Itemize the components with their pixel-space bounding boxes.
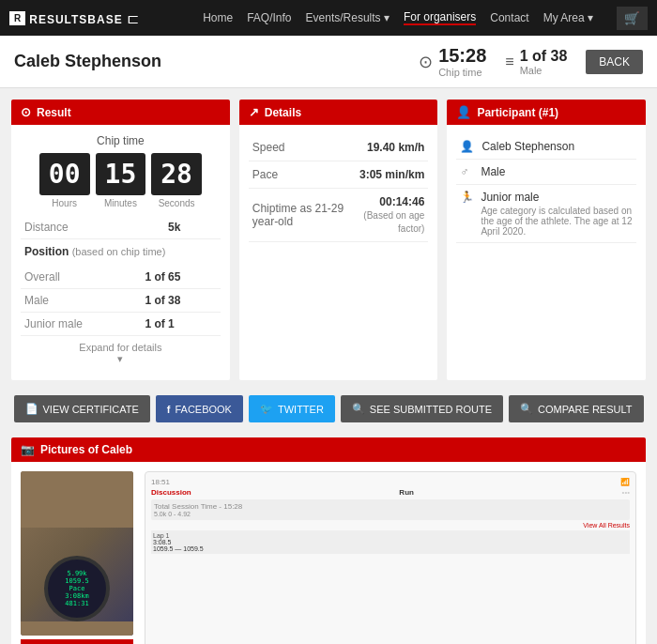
gender-icon: ♂ [460,165,473,178]
result-card-body: Chip time 00 Hours 15 Minutes 28 Seconds [11,125,230,380]
distance-value: 5k [164,216,221,239]
nav-myarea[interactable]: My Area ▾ [543,11,593,24]
chip-seconds: 28 Seconds [151,153,202,208]
certificate-label: VIEW CERTIFICATE [43,404,139,415]
view-results-link[interactable]: View All Results [151,522,630,529]
table-row: Male 1 of 38 [21,289,221,313]
athlete-name: Caleb Stephenson [14,52,419,71]
expand-text: Expand for details [26,342,215,353]
twitter-button[interactable]: 🐦 TWITTER [249,395,335,422]
pictures-icon: 📷 [21,443,35,456]
lap-data2: 1059.5 — 1059.5 [153,545,628,552]
certificate-icon: 📄 [25,403,38,415]
discussion-tab[interactable]: Discussion [151,488,191,497]
more-tab[interactable]: ••• [622,488,630,497]
user-icon: 👤 [460,140,474,153]
watch-photo: 5.99k1059.5Pace3:08km481:31 [21,471,133,636]
details-card-body: Speed 19.40 km/h Pace 3:05 min/km Chipti… [239,125,438,252]
participant-name: Caleb Stephenson [481,140,574,153]
result-icon: ⊙ [21,105,31,119]
facebook-button[interactable]: f FACEBOOK [156,395,243,422]
nav-home[interactable]: Home [203,11,233,24]
cart-button[interactable]: 🛒 [617,7,648,30]
signal-icons: 📶 [620,478,630,486]
nav-contact[interactable]: Contact [490,11,528,24]
view-certificate-button[interactable]: 📄 VIEW CERTIFICATE [14,395,150,422]
hours-label: Hours [52,198,77,208]
expand-link[interactable]: Expand for details ▾ [21,336,221,371]
route-icon: 🔍 [352,403,365,415]
compare-label: COMPARE RESULT [538,404,632,415]
details-card-header: ↗ Details [239,100,438,125]
table-row: Overall 1 of 65 [21,266,221,289]
phone-header: Discussion Run ••• [151,488,630,497]
position-value: 1 of 38 [520,48,568,65]
chip-display: 00 Hours 15 Minutes 28 Seconds [21,153,221,208]
watch-data: 5.99k1059.5Pace3:08km481:31 [65,570,88,607]
result-summary: Total Session Time - 15:28 5.0k 0 - 4.92 [151,499,630,520]
position-info: 1 of 38 Male [520,48,568,76]
chip-time-label: Chip time [438,67,486,78]
seconds-label: Seconds [159,198,195,208]
phone-screenshots: 18:51 📶 Discussion Run ••• Total Session… [145,471,636,644]
result-card-header: ⊙ Result [11,100,230,125]
download-photo-button[interactable]: ⬇ Download Photo [21,639,133,644]
participant-card-body: 👤 Caleb Stephenson ♂ Male 🏃 Junior male … [447,125,646,253]
minutes-label: Minutes [104,198,137,208]
category-name: Junior male [481,191,633,204]
overall-label: Overall [21,266,141,289]
minutes-box: 15 [96,153,146,195]
main-content: ⊙ Result Chip time 00 Hours 15 Minutes 2… [0,88,657,644]
chip-time-info: 15:28 Chip time [438,45,486,78]
participant-title: Participant (#1) [477,106,558,119]
navigation: R RESULTSBASE ⊏ Home FAQ/Info Events/Res… [0,0,657,36]
action-buttons: 📄 VIEW CERTIFICATE f FACEBOOK 🐦 TWITTER … [11,391,646,426]
nav-faq[interactable]: FAQ/Info [247,11,291,24]
route-label: SEE SUBMITTED ROUTE [370,404,492,415]
details-table: Speed 19.40 km/h Pace 3:05 min/km Chipti… [249,134,429,242]
facebook-icon: f [167,404,171,415]
see-route-button[interactable]: 🔍 SEE SUBMITTED ROUTE [341,395,503,422]
chip-time-value: 15:28 [438,45,486,67]
back-button[interactable]: BACK [586,50,643,74]
seconds-box: 28 [151,153,202,195]
logo-icon: R [9,11,25,25]
chevron-down-icon: ▾ [26,353,215,365]
male-label: Male [21,289,141,313]
list-item: 👤 Caleb Stephenson [456,134,636,160]
lap-label: Lap 1 [153,532,628,539]
pictures-body: 5.99k1059.5Pace3:08km481:31 ⬇ Download P… [11,462,646,644]
age-chiptime-label: Chiptime as 21-29 year-old [249,189,351,242]
nav-organisers[interactable]: For organisers [404,10,476,25]
list-item: ♂ Male [456,160,636,185]
details-title: Details [265,106,301,119]
distance-label: Distance [21,216,164,239]
list-icon: ≡ [505,54,513,70]
chip-hours: 00 Hours [39,153,90,208]
male-value: 1 of 38 [141,289,220,313]
logo-text: RESULTSBASE ⊏ [29,9,140,27]
hours-box: 00 [39,153,90,195]
logo: R RESULTSBASE ⊏ [9,9,140,27]
table-row: Speed 19.40 km/h [249,134,429,161]
positions-table: Overall 1 of 65 Male 1 of 38 Junior male… [21,266,221,336]
cards-row: ⊙ Result Chip time 00 Hours 15 Minutes 2… [11,100,646,380]
nav-links: Home FAQ/Info Events/Results ▾ For organ… [203,7,648,30]
header-meta: ⊙ 15:28 Chip time ≡ 1 of 38 Male [419,45,567,78]
compare-icon: 🔍 [520,403,533,415]
result-card: ⊙ Result Chip time 00 Hours 15 Minutes 2… [11,100,230,380]
position-note: (based on chip time) [72,246,166,257]
time-display: 18:51 [151,478,170,486]
person-icon: 👤 [456,105,471,119]
nav-events[interactable]: Events/Results ▾ [306,11,390,24]
list-item: 🏃 Junior male Age category is calculated… [456,185,636,243]
distance-label-small: 5.0k 0 - 4.92 [154,511,627,517]
photo-container: 5.99k1059.5Pace3:08km481:31 ⬇ Download P… [21,471,133,644]
watch-face: 5.99k1059.5Pace3:08km481:31 [44,556,110,621]
junior-label: Junior male [21,313,141,336]
table-row: Distance 5k [21,216,221,239]
pace-value: 3:05 min/km [351,161,429,189]
result-table: Distance 5k [21,216,221,239]
category-note: Age category is calculated based on the … [481,206,633,237]
compare-result-button[interactable]: 🔍 COMPARE RESULT [509,395,643,422]
